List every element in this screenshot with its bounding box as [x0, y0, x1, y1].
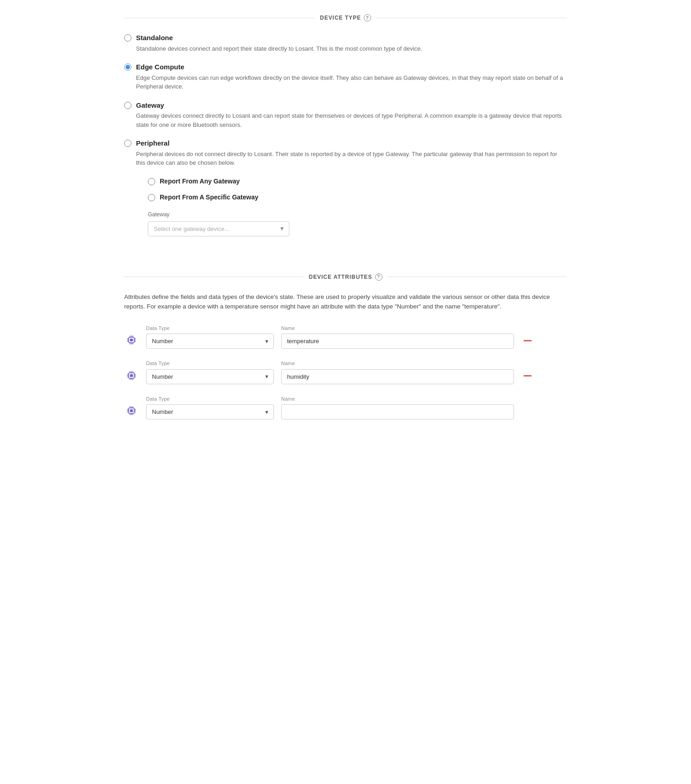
header-line-right — [377, 18, 567, 18]
attr-name-label-1: Name — [281, 360, 514, 367]
specific-gateway-radio[interactable] — [148, 194, 155, 201]
standalone-content: Standalone Standalone devices connect an… — [136, 33, 567, 53]
attr-type-select-1[interactable]: Number String Boolean GPS String Blob — [146, 369, 274, 384]
attr-name-input-2[interactable] — [281, 404, 514, 419]
attr-name-input-0[interactable] — [281, 334, 514, 349]
device-attributes-title: DEVICE ATTRIBUTES ? — [304, 273, 388, 281]
gateway-select[interactable]: Select one gateway device... — [148, 221, 289, 236]
attribute-icon-2 — [124, 405, 139, 419]
any-gateway-option: Report From Any Gateway — [148, 177, 567, 187]
attr-type-label-0: Data Type — [146, 324, 274, 332]
attr-remove-button-1[interactable] — [521, 370, 534, 384]
specific-gateway-option: Report From A Specific Gateway — [148, 193, 567, 203]
edge-compute-option: Edge Compute Edge Compute devices can ru… — [124, 62, 567, 91]
attr-type-select-wrapper-0: Number String Boolean GPS String Blob ▼ — [146, 334, 274, 349]
edge-compute-radio[interactable] — [124, 63, 131, 71]
gateway-radio[interactable] — [124, 102, 131, 109]
attr-type-label-1: Data Type — [146, 360, 274, 367]
attr-type-select-0[interactable]: Number String Boolean GPS String Blob — [146, 334, 274, 349]
attribute-icon-0 — [124, 334, 139, 349]
attribute-icon-1 — [124, 370, 139, 384]
device-attributes-help-icon[interactable]: ? — [375, 273, 382, 281]
attribute-row-0: Data Type Number String Boolean GPS Stri… — [124, 324, 567, 349]
attr-remove-button-0[interactable] — [521, 334, 534, 349]
any-gateway-radio[interactable] — [148, 178, 155, 185]
gateway-desc: Gateway devices connect directly to Losa… — [136, 111, 567, 129]
attr-header-line-left — [124, 277, 304, 277]
svg-rect-15 — [130, 374, 133, 377]
minus-icon-1 — [523, 375, 532, 376]
page-container: DEVICE TYPE ? Standalone Standalone devi… — [106, 0, 585, 444]
peripheral-option: Peripheral Peripheral devices do not con… — [124, 138, 567, 236]
attr-type-group-0: Data Type Number String Boolean GPS Stri… — [146, 324, 274, 349]
attr-name-group-2: Name — [281, 395, 514, 420]
svg-rect-1 — [130, 339, 133, 341]
specific-gateway-content: Report From A Specific Gateway — [160, 193, 567, 203]
attr-header-line-right — [388, 277, 567, 277]
gateway-label: Gateway — [136, 100, 567, 111]
device-type-help-icon[interactable]: ? — [364, 14, 371, 21]
standalone-desc: Standalone devices connect and report th… — [136, 44, 567, 53]
any-gateway-content: Report From Any Gateway — [160, 177, 567, 187]
attribute-row-2: Data Type Number String Boolean GPS Stri… — [124, 395, 567, 420]
attr-name-label-0: Name — [281, 324, 514, 332]
attr-type-label-2: Data Type — [146, 395, 274, 403]
specific-gateway-label: Report From A Specific Gateway — [160, 193, 567, 202]
peripheral-label: Peripheral — [136, 138, 567, 149]
section-gap — [124, 246, 567, 273]
gateway-content: Gateway Gateway devices connect directly… — [136, 100, 567, 130]
attr-name-group-0: Name — [281, 324, 514, 349]
attr-type-group-2: Data Type Number String Boolean GPS Stri… — [146, 395, 274, 420]
peripheral-content: Peripheral Peripheral devices do not con… — [136, 138, 567, 236]
device-type-header: DEVICE TYPE ? — [124, 14, 567, 22]
svg-rect-29 — [130, 409, 133, 412]
device-type-title: DEVICE TYPE ? — [314, 14, 377, 22]
attributes-description: Attributes define the fields and data ty… — [124, 292, 567, 312]
attr-type-select-wrapper-2: Number String Boolean GPS String Blob ▼ — [146, 404, 274, 419]
peripheral-sub-options: Report From Any Gateway Report From A Sp… — [148, 177, 567, 203]
attr-name-group-1: Name — [281, 360, 514, 384]
header-line-left — [124, 18, 314, 18]
attr-type-group-1: Data Type Number String Boolean GPS Stri… — [146, 360, 274, 384]
gateway-select-wrapper: Select one gateway device... ▼ — [148, 221, 289, 236]
edge-compute-desc: Edge Compute devices can run edge workfl… — [136, 73, 567, 91]
device-attributes-header: DEVICE ATTRIBUTES ? — [124, 273, 567, 281]
attr-name-label-2: Name — [281, 395, 514, 403]
gateway-select-group: Gateway Select one gateway device... ▼ — [148, 210, 567, 236]
attr-name-input-1[interactable] — [281, 369, 514, 384]
attr-type-select-2[interactable]: Number String Boolean GPS String Blob — [146, 404, 274, 419]
attribute-row-1: Data Type Number String Boolean GPS Stri… — [124, 360, 567, 384]
edge-compute-label: Edge Compute — [136, 62, 567, 73]
standalone-option: Standalone Standalone devices connect an… — [124, 33, 567, 53]
minus-icon-0 — [523, 340, 532, 341]
edge-compute-content: Edge Compute Edge Compute devices can ru… — [136, 62, 567, 91]
peripheral-desc: Peripheral devices do not connect direct… — [136, 150, 567, 167]
gateway-option: Gateway Gateway devices connect directly… — [124, 100, 567, 130]
any-gateway-label: Report From Any Gateway — [160, 177, 567, 186]
gateway-select-label: Gateway — [148, 210, 567, 219]
peripheral-radio[interactable] — [124, 140, 131, 147]
attr-type-select-wrapper-1: Number String Boolean GPS String Blob ▼ — [146, 369, 274, 384]
standalone-radio[interactable] — [124, 34, 131, 42]
standalone-label: Standalone — [136, 33, 567, 43]
